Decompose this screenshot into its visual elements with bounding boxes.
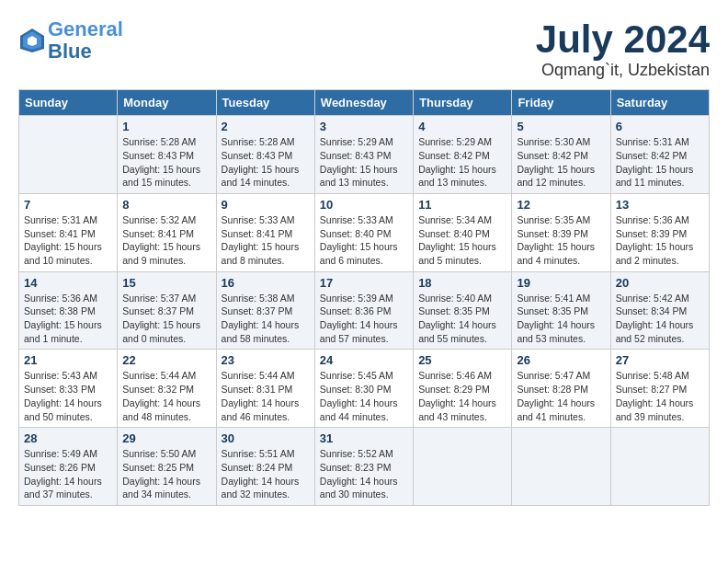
logo: GeneralBlue: [18, 18, 123, 63]
weekday-header-friday: Friday: [512, 90, 610, 116]
day-info: Sunrise: 5:48 AM Sunset: 8:27 PM Dayligh…: [616, 369, 704, 423]
calendar-cell: 14Sunrise: 5:36 AM Sunset: 8:38 PM Dayli…: [19, 271, 118, 350]
day-info: Sunrise: 5:44 AM Sunset: 8:31 PM Dayligh…: [222, 369, 310, 423]
calendar-cell: 20Sunrise: 5:42 AM Sunset: 8:34 PM Dayli…: [610, 271, 709, 350]
calendar-cell: 17Sunrise: 5:39 AM Sunset: 8:36 PM Dayli…: [314, 271, 413, 350]
day-number: 11: [418, 198, 506, 212]
day-info: Sunrise: 5:40 AM Sunset: 8:35 PM Dayligh…: [418, 292, 506, 346]
calendar-cell: [512, 428, 610, 506]
calendar-cell: 11Sunrise: 5:34 AM Sunset: 8:40 PM Dayli…: [414, 193, 512, 271]
calendar-cell: 24Sunrise: 5:45 AM Sunset: 8:30 PM Dayli…: [314, 350, 413, 428]
day-info: Sunrise: 5:33 AM Sunset: 8:40 PM Dayligh…: [320, 213, 408, 268]
day-number: 31: [320, 431, 408, 445]
title-block: July 2024 Oqmang`it, Uzbekistan: [536, 18, 710, 80]
calendar-cell: 28Sunrise: 5:49 AM Sunset: 8:26 PM Dayli…: [19, 428, 118, 506]
day-number: 15: [122, 276, 210, 290]
calendar-cell: 1Sunrise: 5:28 AM Sunset: 8:43 PM Daylig…: [118, 116, 216, 194]
day-info: Sunrise: 5:34 AM Sunset: 8:40 PM Dayligh…: [418, 213, 506, 268]
day-number: 10: [320, 198, 408, 212]
day-number: 24: [320, 353, 408, 367]
weekday-header-wednesday: Wednesday: [314, 90, 413, 116]
day-number: 23: [222, 353, 310, 367]
day-number: 28: [24, 431, 112, 445]
page-header: GeneralBlue July 2024 Oqmang`it, Uzbekis…: [18, 18, 710, 80]
day-number: 6: [616, 120, 704, 133]
weekday-header-tuesday: Tuesday: [216, 90, 314, 116]
day-info: Sunrise: 5:47 AM Sunset: 8:28 PM Dayligh…: [517, 369, 605, 423]
day-info: Sunrise: 5:39 AM Sunset: 8:36 PM Dayligh…: [320, 292, 408, 346]
day-info: Sunrise: 5:36 AM Sunset: 8:38 PM Dayligh…: [24, 292, 112, 346]
logo-icon: [18, 27, 46, 54]
day-number: 4: [418, 120, 506, 133]
day-info: Sunrise: 5:51 AM Sunset: 8:24 PM Dayligh…: [222, 447, 310, 501]
day-info: Sunrise: 5:31 AM Sunset: 8:41 PM Dayligh…: [24, 213, 112, 268]
day-info: Sunrise: 5:50 AM Sunset: 8:25 PM Dayligh…: [122, 447, 210, 501]
calendar-cell: 6Sunrise: 5:31 AM Sunset: 8:42 PM Daylig…: [610, 116, 709, 194]
calendar-week-row: 1Sunrise: 5:28 AM Sunset: 8:43 PM Daylig…: [19, 116, 710, 194]
day-info: Sunrise: 5:49 AM Sunset: 8:26 PM Dayligh…: [24, 447, 112, 501]
day-number: 3: [320, 120, 408, 133]
day-number: 9: [222, 198, 310, 212]
day-number: 2: [222, 120, 310, 133]
day-number: 19: [517, 276, 605, 290]
calendar-week-row: 7Sunrise: 5:31 AM Sunset: 8:41 PM Daylig…: [19, 193, 710, 271]
calendar-cell: 26Sunrise: 5:47 AM Sunset: 8:28 PM Dayli…: [512, 350, 610, 428]
day-info: Sunrise: 5:46 AM Sunset: 8:29 PM Dayligh…: [418, 369, 506, 423]
calendar-cell: 21Sunrise: 5:43 AM Sunset: 8:33 PM Dayli…: [19, 350, 118, 428]
weekday-header-row: SundayMondayTuesdayWednesdayThursdayFrid…: [19, 90, 710, 116]
day-number: 20: [616, 276, 704, 290]
day-number: 5: [517, 120, 605, 133]
calendar-cell: 15Sunrise: 5:37 AM Sunset: 8:37 PM Dayli…: [118, 271, 216, 350]
day-number: 30: [222, 431, 310, 445]
calendar-cell: 2Sunrise: 5:28 AM Sunset: 8:43 PM Daylig…: [216, 116, 314, 194]
day-info: Sunrise: 5:44 AM Sunset: 8:32 PM Dayligh…: [122, 369, 210, 423]
day-number: 25: [418, 353, 506, 367]
calendar-cell: [19, 116, 118, 194]
calendar-cell: [414, 428, 512, 506]
day-info: Sunrise: 5:45 AM Sunset: 8:30 PM Dayligh…: [320, 369, 408, 423]
day-info: Sunrise: 5:36 AM Sunset: 8:39 PM Dayligh…: [616, 213, 704, 268]
calendar-cell: 16Sunrise: 5:38 AM Sunset: 8:37 PM Dayli…: [216, 271, 314, 350]
day-info: Sunrise: 5:33 AM Sunset: 8:41 PM Dayligh…: [222, 213, 310, 268]
day-info: Sunrise: 5:29 AM Sunset: 8:42 PM Dayligh…: [418, 135, 506, 190]
calendar-cell: 30Sunrise: 5:51 AM Sunset: 8:24 PM Dayli…: [216, 428, 314, 506]
calendar-week-row: 28Sunrise: 5:49 AM Sunset: 8:26 PM Dayli…: [19, 428, 710, 506]
day-number: 14: [24, 276, 112, 290]
day-number: 7: [24, 198, 112, 212]
logo-text: GeneralBlue: [48, 18, 123, 63]
day-number: 13: [616, 198, 704, 212]
day-info: Sunrise: 5:31 AM Sunset: 8:42 PM Dayligh…: [616, 135, 704, 190]
month-title: July 2024: [536, 18, 710, 61]
day-info: Sunrise: 5:30 AM Sunset: 8:42 PM Dayligh…: [517, 135, 605, 190]
day-info: Sunrise: 5:35 AM Sunset: 8:39 PM Dayligh…: [517, 213, 605, 268]
day-info: Sunrise: 5:28 AM Sunset: 8:43 PM Dayligh…: [122, 135, 210, 190]
calendar-cell: 19Sunrise: 5:41 AM Sunset: 8:35 PM Dayli…: [512, 271, 610, 350]
day-number: 8: [122, 198, 210, 212]
calendar-cell: [610, 428, 709, 506]
calendar-cell: 9Sunrise: 5:33 AM Sunset: 8:41 PM Daylig…: [216, 193, 314, 271]
location: Oqmang`it, Uzbekistan: [536, 61, 710, 80]
day-info: Sunrise: 5:28 AM Sunset: 8:43 PM Dayligh…: [222, 135, 310, 190]
calendar-cell: 22Sunrise: 5:44 AM Sunset: 8:32 PM Dayli…: [118, 350, 216, 428]
day-info: Sunrise: 5:42 AM Sunset: 8:34 PM Dayligh…: [616, 292, 704, 346]
weekday-header-monday: Monday: [118, 90, 216, 116]
day-number: 18: [418, 276, 506, 290]
calendar-cell: 29Sunrise: 5:50 AM Sunset: 8:25 PM Dayli…: [118, 428, 216, 506]
calendar-cell: 5Sunrise: 5:30 AM Sunset: 8:42 PM Daylig…: [512, 116, 610, 194]
calendar-cell: 13Sunrise: 5:36 AM Sunset: 8:39 PM Dayli…: [610, 193, 709, 271]
weekday-header-saturday: Saturday: [610, 90, 709, 116]
day-info: Sunrise: 5:52 AM Sunset: 8:23 PM Dayligh…: [320, 447, 408, 501]
calendar-cell: 10Sunrise: 5:33 AM Sunset: 8:40 PM Dayli…: [314, 193, 413, 271]
calendar-table: SundayMondayTuesdayWednesdayThursdayFrid…: [18, 89, 710, 506]
day-number: 1: [122, 120, 210, 133]
calendar-cell: 8Sunrise: 5:32 AM Sunset: 8:41 PM Daylig…: [118, 193, 216, 271]
calendar-cell: 25Sunrise: 5:46 AM Sunset: 8:29 PM Dayli…: [414, 350, 512, 428]
calendar-week-row: 14Sunrise: 5:36 AM Sunset: 8:38 PM Dayli…: [19, 271, 710, 350]
day-number: 26: [517, 353, 605, 367]
calendar-cell: 18Sunrise: 5:40 AM Sunset: 8:35 PM Dayli…: [414, 271, 512, 350]
day-number: 27: [616, 353, 704, 367]
calendar-cell: 23Sunrise: 5:44 AM Sunset: 8:31 PM Dayli…: [216, 350, 314, 428]
day-number: 29: [122, 431, 210, 445]
calendar-cell: 12Sunrise: 5:35 AM Sunset: 8:39 PM Dayli…: [512, 193, 610, 271]
day-info: Sunrise: 5:29 AM Sunset: 8:43 PM Dayligh…: [320, 135, 408, 190]
